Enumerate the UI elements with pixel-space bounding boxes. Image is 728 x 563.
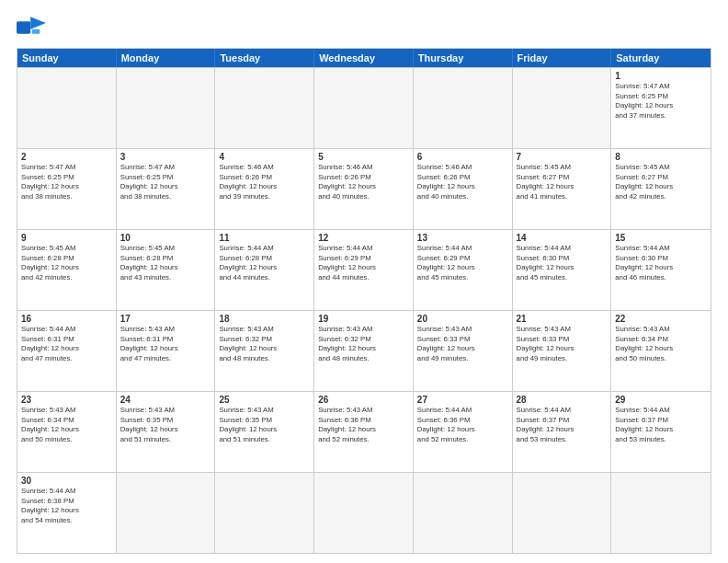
calendar-cell: 8Sunrise: 5:45 AM Sunset: 6:27 PM Daylig… — [611, 149, 711, 229]
calendar-row-3: 16Sunrise: 5:44 AM Sunset: 6:31 PM Dayli… — [17, 310, 711, 391]
day-number: 6 — [417, 152, 508, 162]
calendar-row-4: 23Sunrise: 5:43 AM Sunset: 6:34 PM Dayli… — [17, 391, 711, 472]
cell-sun-info: Sunrise: 5:43 AM Sunset: 6:33 PM Dayligh… — [417, 325, 508, 363]
day-number: 11 — [219, 233, 310, 243]
calendar-cell: 15Sunrise: 5:44 AM Sunset: 6:30 PM Dayli… — [611, 230, 711, 310]
day-number: 10 — [120, 233, 211, 243]
cell-sun-info: Sunrise: 5:46 AM Sunset: 6:26 PM Dayligh… — [417, 163, 508, 201]
calendar-cell: 29Sunrise: 5:44 AM Sunset: 6:37 PM Dayli… — [611, 392, 711, 472]
svg-rect-0 — [17, 21, 30, 33]
calendar-cell — [314, 68, 414, 148]
day-number: 18 — [219, 314, 310, 324]
calendar-body: 1Sunrise: 5:47 AM Sunset: 6:25 PM Daylig… — [17, 67, 711, 553]
calendar-cell: 16Sunrise: 5:44 AM Sunset: 6:31 PM Dayli… — [17, 311, 117, 391]
day-number: 20 — [417, 314, 508, 324]
day-number: 13 — [417, 233, 508, 243]
calendar-cell: 20Sunrise: 5:43 AM Sunset: 6:33 PM Dayli… — [414, 311, 513, 391]
day-number: 8 — [615, 152, 707, 162]
day-number: 25 — [219, 395, 310, 405]
cell-sun-info: Sunrise: 5:43 AM Sunset: 6:35 PM Dayligh… — [120, 406, 211, 444]
day-number: 24 — [120, 395, 211, 405]
cell-sun-info: Sunrise: 5:44 AM Sunset: 6:37 PM Dayligh… — [615, 406, 707, 444]
cell-sun-info: Sunrise: 5:43 AM Sunset: 6:34 PM Dayligh… — [615, 325, 707, 363]
weekday-header-wednesday: Wednesday — [314, 49, 414, 67]
calendar: SundayMondayTuesdayWednesdayThursdayFrid… — [17, 48, 711, 554]
calendar-cell: 14Sunrise: 5:44 AM Sunset: 6:30 PM Dayli… — [513, 230, 612, 310]
day-number: 17 — [120, 314, 211, 324]
header — [17, 15, 711, 40]
logo-area — [17, 15, 50, 40]
cell-sun-info: Sunrise: 5:47 AM Sunset: 6:25 PM Dayligh… — [21, 163, 112, 201]
day-number: 22 — [615, 314, 707, 324]
day-number: 3 — [120, 152, 211, 162]
cell-sun-info: Sunrise: 5:45 AM Sunset: 6:27 PM Dayligh… — [517, 163, 608, 201]
calendar-cell — [611, 473, 711, 553]
calendar-cell: 4Sunrise: 5:46 AM Sunset: 6:26 PM Daylig… — [215, 149, 314, 229]
calendar-cell — [414, 68, 513, 148]
calendar-cell: 9Sunrise: 5:45 AM Sunset: 6:28 PM Daylig… — [17, 230, 117, 310]
weekday-header-thursday: Thursday — [414, 49, 513, 67]
cell-sun-info: Sunrise: 5:43 AM Sunset: 6:32 PM Dayligh… — [318, 325, 409, 363]
day-number: 26 — [318, 395, 409, 405]
calendar-cell: 25Sunrise: 5:43 AM Sunset: 6:35 PM Dayli… — [215, 392, 314, 472]
cell-sun-info: Sunrise: 5:44 AM Sunset: 6:30 PM Dayligh… — [615, 244, 707, 282]
svg-marker-1 — [30, 17, 46, 29]
calendar-cell: 5Sunrise: 5:46 AM Sunset: 6:26 PM Daylig… — [314, 149, 414, 229]
cell-sun-info: Sunrise: 5:43 AM Sunset: 6:32 PM Dayligh… — [219, 325, 310, 363]
cell-sun-info: Sunrise: 5:44 AM Sunset: 6:29 PM Dayligh… — [318, 244, 409, 282]
day-number: 15 — [615, 233, 707, 243]
day-number: 9 — [21, 233, 112, 243]
calendar-row-5: 30Sunrise: 5:44 AM Sunset: 6:38 PM Dayli… — [17, 472, 711, 553]
day-number: 23 — [21, 395, 112, 405]
cell-sun-info: Sunrise: 5:46 AM Sunset: 6:26 PM Dayligh… — [318, 163, 409, 201]
calendar-cell: 28Sunrise: 5:44 AM Sunset: 6:37 PM Dayli… — [513, 392, 612, 472]
calendar-cell: 2Sunrise: 5:47 AM Sunset: 6:25 PM Daylig… — [17, 149, 117, 229]
cell-sun-info: Sunrise: 5:45 AM Sunset: 6:27 PM Dayligh… — [615, 163, 707, 201]
weekday-header-friday: Friday — [513, 49, 612, 67]
cell-sun-info: Sunrise: 5:45 AM Sunset: 6:28 PM Dayligh… — [21, 244, 112, 282]
calendar-cell: 17Sunrise: 5:43 AM Sunset: 6:31 PM Dayli… — [117, 311, 216, 391]
calendar-cell — [117, 68, 216, 148]
calendar-cell: 26Sunrise: 5:43 AM Sunset: 6:36 PM Dayli… — [314, 392, 414, 472]
calendar-cell — [215, 473, 314, 553]
calendar-cell — [117, 473, 216, 553]
cell-sun-info: Sunrise: 5:46 AM Sunset: 6:26 PM Dayligh… — [219, 163, 310, 201]
calendar-cell: 21Sunrise: 5:43 AM Sunset: 6:33 PM Dayli… — [513, 311, 612, 391]
day-number: 29 — [615, 395, 707, 405]
cell-sun-info: Sunrise: 5:44 AM Sunset: 6:37 PM Dayligh… — [517, 406, 608, 444]
cell-sun-info: Sunrise: 5:43 AM Sunset: 6:34 PM Dayligh… — [21, 406, 112, 444]
cell-sun-info: Sunrise: 5:43 AM Sunset: 6:36 PM Dayligh… — [318, 406, 409, 444]
cell-sun-info: Sunrise: 5:44 AM Sunset: 6:28 PM Dayligh… — [219, 244, 310, 282]
weekday-header-monday: Monday — [117, 49, 216, 67]
cell-sun-info: Sunrise: 5:47 AM Sunset: 6:25 PM Dayligh… — [120, 163, 211, 201]
calendar-cell: 1Sunrise: 5:47 AM Sunset: 6:25 PM Daylig… — [611, 68, 711, 148]
cell-sun-info: Sunrise: 5:44 AM Sunset: 6:31 PM Dayligh… — [21, 325, 112, 363]
calendar-cell: 23Sunrise: 5:43 AM Sunset: 6:34 PM Dayli… — [17, 392, 117, 472]
day-number: 4 — [219, 152, 310, 162]
cell-sun-info: Sunrise: 5:43 AM Sunset: 6:35 PM Dayligh… — [219, 406, 310, 444]
day-number: 14 — [517, 233, 608, 243]
calendar-cell — [314, 473, 414, 553]
calendar-cell: 22Sunrise: 5:43 AM Sunset: 6:34 PM Dayli… — [611, 311, 711, 391]
cell-sun-info: Sunrise: 5:44 AM Sunset: 6:29 PM Dayligh… — [417, 244, 508, 282]
day-number: 5 — [318, 152, 409, 162]
calendar-cell — [17, 68, 117, 148]
cell-sun-info: Sunrise: 5:45 AM Sunset: 6:28 PM Dayligh… — [120, 244, 211, 282]
day-number: 30 — [21, 476, 112, 486]
weekday-header-sunday: Sunday — [17, 49, 117, 67]
calendar-cell: 18Sunrise: 5:43 AM Sunset: 6:32 PM Dayli… — [215, 311, 314, 391]
day-number: 27 — [417, 395, 508, 405]
calendar-cell: 19Sunrise: 5:43 AM Sunset: 6:32 PM Dayli… — [314, 311, 414, 391]
day-number: 12 — [318, 233, 409, 243]
calendar-cell: 13Sunrise: 5:44 AM Sunset: 6:29 PM Dayli… — [414, 230, 513, 310]
calendar-row-0: 1Sunrise: 5:47 AM Sunset: 6:25 PM Daylig… — [17, 67, 711, 148]
calendar-cell: 27Sunrise: 5:44 AM Sunset: 6:36 PM Dayli… — [414, 392, 513, 472]
day-number: 21 — [517, 314, 608, 324]
day-number: 16 — [21, 314, 112, 324]
weekday-header-saturday: Saturday — [611, 49, 711, 67]
day-number: 28 — [517, 395, 608, 405]
weekday-header-tuesday: Tuesday — [215, 49, 314, 67]
calendar-cell: 12Sunrise: 5:44 AM Sunset: 6:29 PM Dayli… — [314, 230, 414, 310]
day-number: 7 — [517, 152, 608, 162]
cell-sun-info: Sunrise: 5:44 AM Sunset: 6:38 PM Dayligh… — [21, 487, 112, 525]
